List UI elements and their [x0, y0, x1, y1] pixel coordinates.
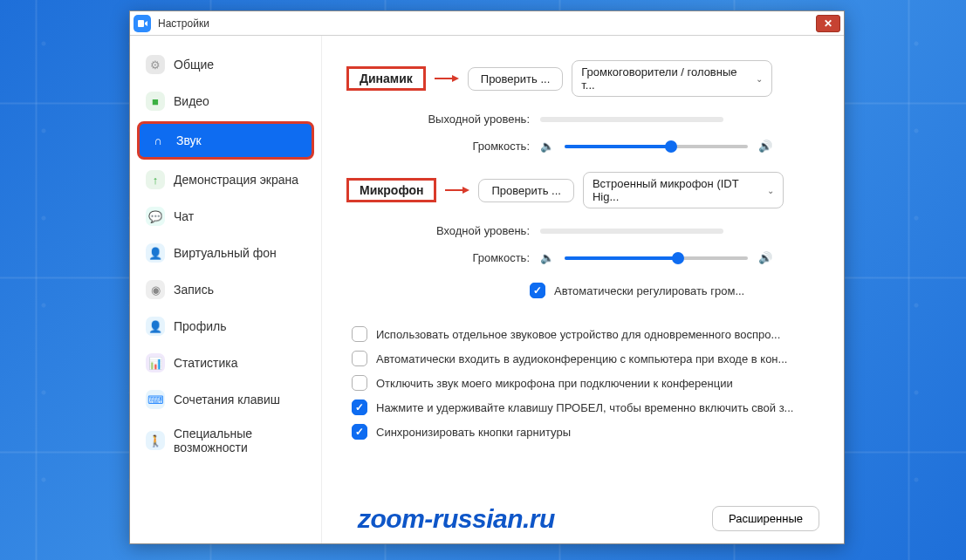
chevron-down-icon: ⌄	[767, 186, 774, 195]
app-icon	[134, 15, 151, 32]
arrow-icon	[452, 75, 459, 82]
sidebar-item-label: Звук	[176, 133, 202, 147]
sidebar-item-1[interactable]: ■Видео	[137, 85, 314, 118]
option-row-1[interactable]: Автоматически входить в аудиоконференцию…	[346, 346, 819, 371]
option-label: Нажмите и удерживайте клавишу ПРОБЕЛ, чт…	[376, 401, 793, 414]
speaker-level-label: Выходной уровень:	[408, 113, 530, 126]
options-list: Использовать отдельное звуковое устройст…	[346, 322, 819, 444]
microphone-volume-slider[interactable]	[565, 256, 748, 260]
titlebar: Настройки ✕	[130, 11, 844, 36]
arrow-icon	[462, 187, 469, 194]
option-label: Автоматически входить в аудиоконференцию…	[376, 352, 787, 365]
option-row-2[interactable]: Отключить звук моего микрофона при подкл…	[346, 371, 819, 395]
slider-thumb	[665, 140, 677, 153]
microphone-device-value: Встроенный микрофон (IDT Hig...	[593, 177, 762, 203]
close-button[interactable]: ✕	[816, 15, 840, 32]
option-checkbox-2[interactable]	[352, 375, 367, 391]
main-panel: Динамик Проверить ... Громкоговорители /…	[322, 36, 844, 543]
sidebar-item-label: Запись	[174, 283, 214, 297]
sidebar-item-8[interactable]: 📊Статистика	[137, 346, 314, 379]
option-checkbox-3[interactable]	[352, 400, 367, 415]
sidebar-item-6[interactable]: ◉Запись	[137, 273, 314, 306]
speaker-section: Динамик Проверить ... Громкоговорители /…	[346, 60, 819, 153]
auto-adjust-row[interactable]: Автоматически регулировать гром...	[346, 278, 819, 303]
sidebar: ⚙Общие■Видео∩Звук↑Демонстрация экрана💬Ча…	[130, 36, 322, 543]
watermark: zoom-russian.ru	[358, 504, 555, 534]
svg-rect-0	[138, 20, 144, 27]
sidebar-item-9[interactable]: ⌨Сочетания клавиш	[137, 383, 314, 416]
sidebar-item-label: Демонстрация экрана	[174, 173, 298, 187]
slider-fill	[565, 145, 671, 148]
auto-adjust-checkbox[interactable]	[530, 283, 545, 298]
window-title: Настройки	[158, 17, 209, 30]
chevron-down-icon: ⌄	[756, 74, 763, 84]
option-checkbox-0[interactable]	[352, 326, 367, 342]
volume-low-icon: 🔈	[540, 140, 554, 153]
sidebar-item-label: Виртуальный фон	[174, 246, 277, 260]
sidebar-item-label: Статистика	[174, 356, 238, 370]
sidebar-item-7[interactable]: 👤Профиль	[137, 310, 314, 343]
sidebar-item-10[interactable]: 🚶Специальные возможности	[137, 420, 314, 461]
sidebar-item-2[interactable]: ∩Звук	[137, 121, 314, 160]
share-icon: ↑	[146, 170, 165, 189]
sidebar-item-label: Общие	[174, 58, 214, 72]
video-icon: ■	[146, 92, 165, 111]
auto-adjust-label: Автоматически регулировать гром...	[554, 284, 744, 297]
sidebar-item-4[interactable]: 💬Чат	[137, 200, 314, 233]
sidebar-item-3[interactable]: ↑Демонстрация экрана	[137, 163, 314, 196]
sidebar-item-label: Видео	[174, 94, 209, 108]
volume-low-icon: 🔈	[540, 251, 554, 264]
sidebar-item-label: Специальные возможности	[174, 427, 305, 454]
option-checkbox-4[interactable]	[352, 424, 367, 440]
sidebar-item-0[interactable]: ⚙Общие	[137, 48, 314, 81]
speaker-device-value: Громкоговорители / головные т...	[581, 65, 750, 92]
option-row-4[interactable]: Синхронизировать кнопки гарнитуры	[346, 420, 819, 444]
speaker-volume-slider[interactable]	[565, 145, 748, 148]
option-row-3[interactable]: Нажмите и удерживайте клавишу ПРОБЕЛ, чт…	[346, 395, 819, 420]
microphone-level-label: Входной уровень:	[408, 224, 530, 237]
speaker-level-meter	[540, 117, 723, 122]
advanced-button[interactable]: Расширенные	[712, 506, 819, 531]
microphone-device-select[interactable]: Встроенный микрофон (IDT Hig... ⌄	[583, 172, 784, 208]
volume-high-icon: 🔊	[758, 140, 772, 153]
speaker-heading: Динамик	[346, 66, 426, 91]
sidebar-item-5[interactable]: 👤Виртуальный фон	[137, 236, 314, 270]
headphones-icon: ∩	[148, 131, 168, 150]
accessibility-icon: 🚶	[146, 431, 165, 450]
slider-thumb	[672, 252, 684, 264]
option-label: Отключить звук моего микрофона при подкл…	[376, 377, 733, 390]
stats-icon: 📊	[146, 353, 165, 372]
close-icon: ✕	[824, 17, 832, 30]
microphone-test-button[interactable]: Проверить ...	[478, 179, 573, 202]
background-icon: 👤	[146, 243, 165, 263]
sidebar-item-label: Профиль	[174, 319, 226, 333]
speaker-volume-label: Громкость:	[408, 140, 530, 153]
speaker-test-button[interactable]: Проверить ...	[468, 67, 563, 91]
option-checkbox-1[interactable]	[352, 351, 367, 366]
gear-icon: ⚙	[146, 55, 165, 74]
slider-fill	[565, 256, 678, 260]
microphone-heading: Микрофон	[346, 178, 436, 202]
volume-high-icon: 🔊	[758, 251, 772, 264]
sidebar-item-label: Чат	[174, 209, 194, 223]
keyboard-icon: ⌨	[146, 390, 165, 409]
speaker-device-select[interactable]: Громкоговорители / головные т... ⌄	[572, 60, 772, 97]
microphone-volume-label: Громкость:	[408, 251, 530, 264]
option-label: Использовать отдельное звуковое устройст…	[376, 328, 780, 341]
settings-window: Настройки ✕ ⚙Общие■Видео∩Звук↑Демонстрац…	[129, 10, 845, 544]
microphone-section: Микрофон Проверить ... Встроенный микроф…	[346, 172, 819, 303]
chat-icon: 💬	[146, 207, 165, 226]
option-label: Синхронизировать кнопки гарнитуры	[376, 426, 571, 439]
profile-icon: 👤	[146, 317, 165, 336]
record-icon: ◉	[146, 280, 165, 299]
option-row-0[interactable]: Использовать отдельное звуковое устройст…	[346, 322, 819, 346]
microphone-level-meter	[540, 229, 723, 234]
sidebar-item-label: Сочетания клавиш	[174, 393, 280, 406]
